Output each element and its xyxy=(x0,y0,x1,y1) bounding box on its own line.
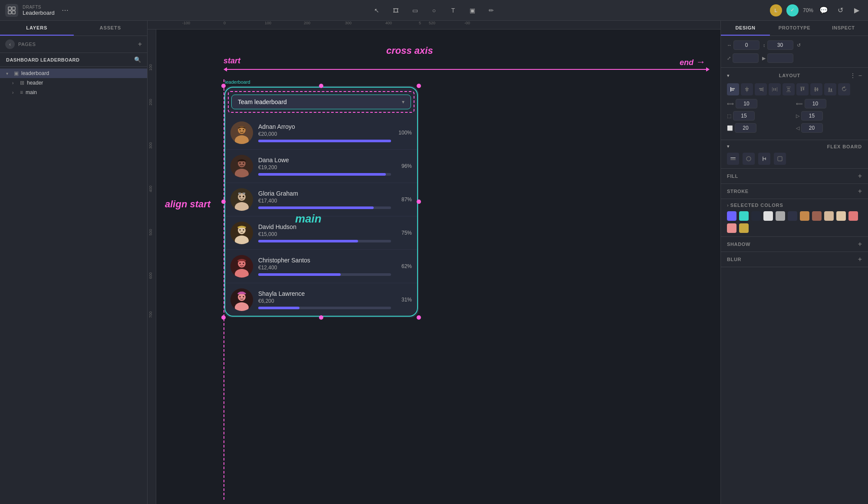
fill-add-button[interactable]: + xyxy=(858,172,862,180)
more-menu-button[interactable]: ⋯ xyxy=(59,4,71,16)
fb-icon-3[interactable] xyxy=(758,153,770,165)
pen-tool[interactable]: ✏ xyxy=(485,4,497,16)
color-swatch-dark[interactable] xyxy=(751,211,761,221)
pad-bottom-input[interactable] xyxy=(735,123,756,133)
shadow-add-button[interactable]: + xyxy=(858,240,862,248)
history-button[interactable]: ↺ xyxy=(834,4,846,16)
color-swatch-purple[interactable] xyxy=(727,211,736,221)
color-swatch-teal[interactable] xyxy=(739,211,749,221)
align-middle-h-btn[interactable] xyxy=(810,83,822,95)
blur-label: BLUR xyxy=(727,257,741,262)
width-input[interactable] xyxy=(733,53,759,63)
color-swatch-pink[interactable] xyxy=(727,223,736,233)
tab-design[interactable]: DESIGN xyxy=(721,21,770,36)
distribute-v-btn[interactable] xyxy=(783,83,795,95)
color-swatch-gray[interactable] xyxy=(776,211,785,221)
page-search-icon[interactable]: 🔍 xyxy=(134,56,141,63)
tab-prototype[interactable]: PROTOTYPE xyxy=(770,21,819,36)
phone-frame: Team leaderboard ▾ header xyxy=(224,86,419,317)
layer-leaderboard[interactable]: ▾ ▣ leaderboard xyxy=(0,69,147,78)
select-tool[interactable]: ↖ xyxy=(371,4,383,16)
text-tool[interactable]: T xyxy=(447,4,459,16)
layout-options-icon[interactable]: ⋮ xyxy=(850,72,856,79)
color-swatch-light[interactable] xyxy=(763,211,773,221)
phone-outer: Team leaderboard ▾ header xyxy=(224,86,419,317)
stroke-add-button[interactable]: + xyxy=(858,187,862,195)
item-bar-bg-2 xyxy=(258,173,391,176)
color-swatch-beige[interactable] xyxy=(824,211,834,221)
page-title: DASHBOARD LEADERBOARD xyxy=(6,57,79,62)
align-center-v-btn[interactable] xyxy=(741,83,753,95)
distribute-h-btn[interactable] xyxy=(769,83,781,95)
leaderboard-item-1: Adnan Arroyo €20,000 100% xyxy=(224,116,418,150)
pad-left-input[interactable] xyxy=(801,123,823,133)
item-name-6: Shayla Lawrence xyxy=(258,290,391,297)
selected-colors-header[interactable]: › SELECTED COLORS xyxy=(727,203,862,208)
align-top-btn[interactable] xyxy=(796,83,809,95)
color-swatch-tan[interactable] xyxy=(836,211,846,221)
layer-list-icon: ≡ xyxy=(20,89,23,95)
height-input[interactable] xyxy=(767,53,793,63)
color-swatch-gold[interactable] xyxy=(739,223,749,233)
add-page-button[interactable]: + xyxy=(138,40,142,48)
zoom-level[interactable]: 70% xyxy=(803,7,813,13)
color-swatch-orange[interactable] xyxy=(800,211,809,221)
phone-header-inner: Team leaderboard ▾ xyxy=(231,95,411,109)
layer-label-main: main xyxy=(26,89,141,95)
width-group: ⤢ xyxy=(727,53,759,63)
tab-inspect[interactable]: INSPECT xyxy=(819,21,868,36)
play-button[interactable]: ▶ xyxy=(851,4,863,16)
svg-rect-2 xyxy=(8,11,11,14)
flex-board-chevron: ▾ xyxy=(727,144,730,149)
selection-dot-tr xyxy=(417,84,421,88)
rectangle-tool[interactable]: ▭ xyxy=(409,4,421,16)
frame-tool[interactable] xyxy=(390,4,402,16)
selected-colors-label: SELECTED COLORS xyxy=(730,203,783,208)
ellipse-tool[interactable]: ○ xyxy=(428,4,440,16)
blur-add-button[interactable]: + xyxy=(858,255,862,263)
fb-icon-1[interactable] xyxy=(727,153,739,165)
selection-dot-bm xyxy=(319,315,323,320)
fb-icon-2[interactable] xyxy=(743,153,755,165)
color-swatch-red[interactable] xyxy=(848,211,858,221)
stroke-label: STROKE xyxy=(727,189,749,194)
y-position-input[interactable] xyxy=(767,40,793,50)
y-icon: ↕ xyxy=(763,43,766,48)
flex-board-icons-row xyxy=(727,153,862,165)
item-name-1: Adnan Arroyo xyxy=(258,123,391,130)
layout-minus-icon[interactable]: − xyxy=(858,72,862,79)
tab-layers[interactable]: LAYERS xyxy=(0,21,74,36)
svg-point-43 xyxy=(243,296,244,298)
layer-main[interactable]: › ≡ main xyxy=(0,88,147,97)
tab-assets[interactable]: ASSETS xyxy=(74,21,148,36)
svg-rect-47 xyxy=(746,87,747,92)
align-right-btn[interactable] xyxy=(755,83,767,95)
color-swatch-navy[interactable] xyxy=(788,211,797,221)
pad-top-input[interactable] xyxy=(733,111,755,121)
gap-v-input[interactable] xyxy=(805,99,826,108)
pad-right-input[interactable] xyxy=(801,111,823,121)
gap-v-item: ⟸ xyxy=(796,99,862,108)
comment-button[interactable]: 💬 xyxy=(818,4,830,16)
leaderboard-item-3: Gloria Graham €17,400 87% xyxy=(224,183,418,216)
layers-tree: ▾ ▣ leaderboard › ⊞ header › ≡ main xyxy=(0,67,147,504)
svg-rect-3 xyxy=(12,11,15,14)
align-reset-btn[interactable] xyxy=(838,83,850,95)
nav-back-button[interactable]: ‹ xyxy=(5,39,15,49)
arrow-line xyxy=(227,69,706,70)
fb-icon-4[interactable] xyxy=(774,153,786,165)
layer-header[interactable]: › ⊞ header xyxy=(0,78,147,88)
leaderboard-item-5: Christopher Santos €12,400 62% xyxy=(224,250,418,283)
ruler-horizontal: -100 0 100 200 300 400 5 520 -00 xyxy=(148,21,720,29)
pad-right-icon: ▷ xyxy=(796,113,799,119)
item-amount-2: €19,200 xyxy=(258,164,391,170)
x-position-input[interactable] xyxy=(733,40,760,50)
svg-rect-25 xyxy=(243,193,245,194)
align-bottom-btn[interactable] xyxy=(824,83,836,95)
align-left-btn[interactable] xyxy=(727,83,739,95)
item-percent-3: 87% xyxy=(396,196,412,203)
svg-rect-1 xyxy=(12,7,15,10)
color-swatch-brown[interactable] xyxy=(812,211,822,221)
gap-h-input[interactable] xyxy=(736,99,757,108)
image-tool[interactable]: ▣ xyxy=(466,4,478,16)
